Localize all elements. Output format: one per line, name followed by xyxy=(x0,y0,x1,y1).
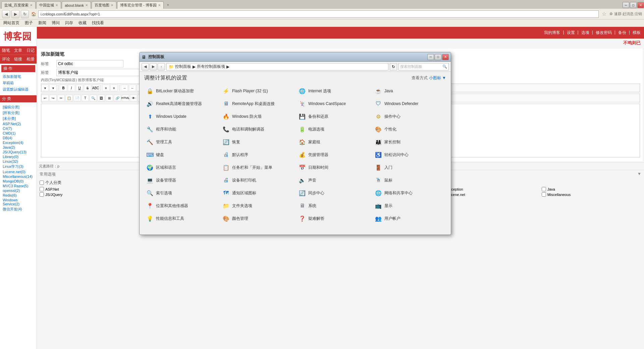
cat-wechat[interactable]: 微信开发(4) xyxy=(1,206,35,212)
copy-button[interactable]: 📋 xyxy=(65,95,73,101)
pcat-java-cb[interactable] xyxy=(542,187,546,191)
cp-item-gettingstarted[interactable]: 🚪 入门 xyxy=(373,162,446,173)
menu-home[interactable]: 网站首页 xyxy=(3,20,19,26)
tab-4[interactable]: 百度地图 ✕ xyxy=(92,1,116,9)
add-note-link[interactable]: 添加新随笔 xyxy=(1,73,35,80)
breadcrumb-cp[interactable]: 控制面板 xyxy=(175,64,191,69)
cat-edit[interactable]: [编辑分类] xyxy=(1,104,35,110)
cp-item-defaults[interactable]: 🖨 默认程序 xyxy=(220,149,294,160)
default-editor-link[interactable]: 设置默认编辑器 xyxy=(1,86,35,93)
cp-item-index[interactable]: 🔍 索引选项 xyxy=(144,188,218,198)
cp-item-remoteapp[interactable]: 🖥 RemoteApp 和桌面连接 xyxy=(220,98,294,109)
preview-button[interactable]: 👁 xyxy=(130,95,137,101)
new-tab-button[interactable]: + xyxy=(164,1,172,9)
options-toggle[interactable]: ▼ xyxy=(637,171,641,176)
cat-mongodb[interactable]: MongoDB(0) xyxy=(1,179,35,184)
size-select[interactable]: ▾ xyxy=(49,85,57,91)
nav-tab-album[interactable]: 相册 xyxy=(24,55,37,64)
cat-uncategorized[interactable]: [未分类] xyxy=(1,116,35,121)
dialog-back[interactable]: ◀ xyxy=(142,63,149,70)
cat-java[interactable]: Java(2) xyxy=(1,145,35,150)
dialog-up[interactable]: ↑ xyxy=(158,63,165,70)
cp-item-ease[interactable]: ♿ 轻松访问中心 xyxy=(373,149,446,160)
cat-openssl[interactable]: openssl(2) xyxy=(1,188,35,193)
cp-item-homegroup[interactable]: 🏠 家庭组 xyxy=(297,137,370,147)
cp-item-bitlocker[interactable]: 🔒 BitLocker 驱动器加密 xyxy=(144,86,218,96)
cut-button[interactable]: ✂ xyxy=(57,95,65,101)
cat-winservice[interactable]: Windows Service(2) xyxy=(1,198,35,206)
header-link-template[interactable]: 模板 xyxy=(633,30,641,36)
cp-item-cardspace[interactable]: 🃏 Windows CardSpace xyxy=(297,98,370,109)
cp-item-mouse[interactable]: 🖱 鼠标 xyxy=(373,175,446,186)
cp-item-color[interactable]: 🎨 颜色管理 xyxy=(220,213,294,224)
browser-minimize[interactable]: ─ xyxy=(623,2,629,8)
tab-1[interactable]: 盐城_百度搜索 ✕ xyxy=(1,1,36,9)
drafts-link[interactable]: 草稿箱 xyxy=(1,80,35,86)
cp-item-power[interactable]: 🔋 电源选项 xyxy=(297,124,370,135)
bookmark-star[interactable]: ☆ xyxy=(600,10,608,18)
cp-item-users[interactable]: 👥 用户帐户 xyxy=(373,213,446,224)
address-bar[interactable] xyxy=(38,10,599,18)
dialog-minimize[interactable]: ─ xyxy=(427,54,434,60)
browser-close[interactable]: ✕ xyxy=(637,2,644,8)
font-select[interactable]: ▾ xyxy=(41,85,49,91)
browser-maximize[interactable]: □ xyxy=(630,2,637,8)
bold-button[interactable]: B xyxy=(60,85,67,91)
title-input[interactable] xyxy=(56,60,123,67)
html-button[interactable]: HTML xyxy=(122,95,129,101)
cp-item-credential[interactable]: 💰 凭据管理器 xyxy=(297,149,370,160)
redo-button[interactable]: ↪ xyxy=(49,95,57,101)
cp-item-sound[interactable]: 🔈 声音 xyxy=(297,175,370,186)
dialog-search[interactable]: 搜索控制面板 🔍 xyxy=(398,63,449,70)
dialog-close[interactable]: ✕ xyxy=(442,54,449,60)
table-button[interactable]: ⊞ xyxy=(106,95,113,101)
cp-item-datetime[interactable]: 📅 日期和时间 xyxy=(297,162,370,173)
nav-tab-link[interactable]: 链接 xyxy=(12,55,24,64)
cp-item-defender[interactable]: 🛡 Windows Defender xyxy=(373,98,446,109)
cp-item-folder[interactable]: 📁 文件夹选项 xyxy=(220,200,294,211)
pcat-misc-cb[interactable] xyxy=(542,192,546,197)
cat-misc[interactable]: Miscellaneous(14) xyxy=(1,174,35,179)
menu-image[interactable]: 图子 xyxy=(25,20,33,26)
tab-4-close[interactable]: ✕ xyxy=(111,3,113,7)
tab-5-close[interactable]: ✕ xyxy=(158,3,161,7)
cp-item-display[interactable]: 📺 显示 xyxy=(373,200,446,211)
cp-item-trouble[interactable]: ❓ 疑难解答 xyxy=(297,213,370,224)
tab-3[interactable]: about:blank ✕ xyxy=(62,1,91,9)
ul-button[interactable]: ≡ xyxy=(102,85,110,91)
nav-tab-article[interactable]: 文章 xyxy=(12,46,24,55)
tab-3-close[interactable]: ✕ xyxy=(85,3,88,7)
view-mode[interactable]: 小图标 ▼ xyxy=(429,75,446,81)
underline-button[interactable]: U xyxy=(76,85,83,91)
outdent-button[interactable]: ← xyxy=(129,85,136,91)
cat-linuxlearn[interactable]: Linux学习(3) xyxy=(1,164,35,169)
cat-db[interactable]: DB(4) xyxy=(1,136,35,140)
settings-icon[interactable]: ⚙ xyxy=(609,12,613,16)
nav-tab-note[interactable]: 随笔 xyxy=(0,46,12,55)
nav-tab-diary[interactable]: 日记 xyxy=(24,46,37,55)
undo-button[interactable]: ↩ xyxy=(41,95,49,101)
cp-item-action[interactable]: ⚙ 操作中心 xyxy=(373,111,446,122)
cp-item-taskbar[interactable]: 📋 任务栏和「开始」菜单 xyxy=(220,162,294,173)
cp-item-devmgr[interactable]: 💻 设备管理器 xyxy=(144,175,218,186)
header-link-myblog[interactable]: 我的博客 xyxy=(544,30,560,36)
cp-item-recovery[interactable]: 🔄 恢复 xyxy=(220,137,294,147)
tab-5[interactable]: 博客宏台管理 - 博客园 ✕ xyxy=(117,1,164,9)
cp-item-network[interactable]: 🌐 网络和共享中心 xyxy=(373,188,446,198)
cat-library[interactable]: Library(0) xyxy=(1,154,35,159)
pcat-jquery-cb[interactable] xyxy=(40,192,44,197)
cp-item-personalize[interactable]: 🎨 个性化 xyxy=(373,124,446,135)
dialog-refresh[interactable]: ↻ xyxy=(390,63,397,70)
cp-item-sync[interactable]: 🔄 同步中心 xyxy=(297,188,370,198)
cp-item-keyboard[interactable]: ⌨ 键盘 xyxy=(144,149,218,160)
cat-redis[interactable]: Redis(6) xyxy=(1,193,35,198)
cat-linux[interactable]: Linux(32) xyxy=(1,159,35,164)
paste-plain-button[interactable]: T xyxy=(82,95,89,101)
ol-button[interactable]: ≡ xyxy=(110,85,118,91)
cat-mvc[interactable]: MVC3 Razor(5) xyxy=(1,184,35,188)
cat-exception[interactable]: Exception(4) xyxy=(1,140,35,145)
forward-button[interactable]: ▶ xyxy=(11,10,19,18)
menu-ask[interactable]: 博问 xyxy=(52,20,60,26)
cp-item-parental[interactable]: 👨‍👩‍👧 家长控制 xyxy=(373,137,446,147)
cat-aspnet[interactable]: ASP.Net(2) xyxy=(1,121,35,126)
